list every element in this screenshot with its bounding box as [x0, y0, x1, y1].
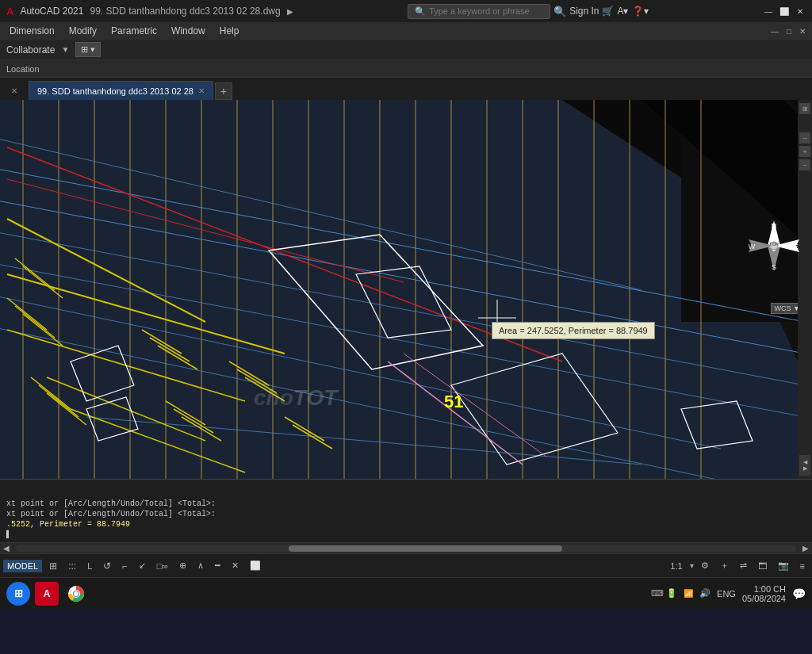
collaborate-icon-btn[interactable]: ⊞ ▾	[75, 42, 101, 57]
canvas-container: Area = 247.5252, Perimeter = 88.7949 cho…	[0, 100, 812, 479]
collaborate-bar: Collaborate ▼ ⊞ ▾	[0, 40, 812, 60]
menu-window[interactable]: Window	[165, 24, 212, 38]
volume-icon[interactable]: 🔊	[699, 588, 710, 599]
search-icon-standalone[interactable]: 🔍	[553, 6, 566, 17]
cad-canvas[interactable]: Area = 247.5252, Perimeter = 88.7949 cho…	[0, 100, 812, 479]
collaborate-dropdown-icon[interactable]: ▼	[61, 45, 69, 54]
gear-icon[interactable]: ⚙	[697, 559, 713, 572]
windows-start[interactable]: ⊞	[6, 582, 30, 606]
title-arrow[interactable]: ▶	[287, 7, 293, 16]
file-name: 99. SDD tanthanhdong ddc3 2013 02 28.dwg	[90, 6, 280, 17]
search-icon: 🔍	[415, 6, 426, 17]
date-display: 05/08/2024	[742, 594, 786, 603]
dyn-toggle[interactable]: ∧	[193, 559, 208, 572]
polar-toggle[interactable]: ↺	[99, 559, 115, 573]
win-restore2[interactable]: □	[783, 27, 795, 36]
nav-wheel-btn[interactable]: ◀▶	[799, 455, 810, 476]
taskbar: ⊞ A ⌨ 🔋 📶 🔊 ENG 1:00 CH 05/08/2024 💬	[0, 577, 812, 609]
scroll-track[interactable]	[16, 545, 796, 552]
location-label: Location	[6, 64, 40, 74]
compass: N S E W TOP	[745, 217, 802, 274]
cad-drawing	[0, 100, 812, 479]
location-bar: Location	[0, 60, 812, 78]
svg-text:E: E	[794, 243, 799, 251]
3dosnap-toggle[interactable]: ↙	[135, 559, 150, 572]
title-left: A AutoCAD 2021 99. SDD tanthanhdong ddc3…	[6, 6, 293, 17]
win-close2[interactable]: ✕	[796, 27, 809, 36]
tab-file1[interactable]: 99. SDD tanthanhdong ddc3 2013 02 28 ✕	[29, 81, 213, 100]
command-line-2: xt point or [Arc/Length/Undo/Total] <Tot…	[6, 510, 806, 518]
keyboard-icon: ⌨ 🔋	[651, 588, 677, 599]
ortho-toggle[interactable]: L	[83, 560, 96, 572]
status-bar: MODEL ⊞ ::: L ↺ ⌐ ↙ □∞ ⊕ ∧ ━ ✕ ⬜ 1:1 ▾ ⚙…	[0, 553, 812, 577]
collaborate-label[interactable]: Collaborate	[6, 44, 55, 55]
win-minimize2[interactable]: —	[768, 27, 782, 36]
grid-toggle[interactable]: ⊞	[45, 559, 61, 573]
plot-number: 51	[444, 392, 463, 412]
tab-x-prefix[interactable]: ✕	[11, 86, 17, 95]
signin-btn[interactable]: Sign In	[569, 6, 599, 17]
close-icon-tab1[interactable]: ✕	[3, 81, 25, 100]
svg-text:N: N	[772, 222, 777, 230]
restore-button[interactable]: ⬜	[779, 6, 790, 17]
svg-point-81	[74, 591, 79, 596]
svg-text:TOP: TOP	[769, 242, 779, 247]
ducs-toggle[interactable]: ⊕	[175, 559, 190, 572]
cart-icon: 🛒	[602, 6, 614, 17]
taskbar-right: ⌨ 🔋 📶 🔊 ENG 1:00 CH 05/08/2024 💬	[651, 584, 806, 603]
command-cursor: ▌	[6, 530, 806, 539]
menu-modify[interactable]: Modify	[63, 24, 103, 38]
help-icon[interactable]: ❓▾	[632, 6, 649, 17]
zoom-in-btn[interactable]: +	[799, 146, 810, 157]
sync-icon[interactable]: ⇌	[736, 559, 751, 572]
lang-label[interactable]: ENG	[717, 589, 736, 599]
minimize-button[interactable]: —	[763, 6, 774, 17]
palette-icon[interactable]: A▾	[617, 6, 628, 17]
pan-btn[interactable]: ↔	[799, 132, 810, 143]
snap-toggle[interactable]: :::	[64, 559, 80, 573]
notification-icon[interactable]: 💬	[792, 587, 806, 600]
camera-icon[interactable]: 📷	[774, 559, 793, 572]
taskbar-left: ⊞ A	[6, 581, 89, 606]
menu-dimension[interactable]: Dimension	[3, 24, 61, 38]
scroll-thumb[interactable]	[289, 545, 561, 552]
search-placeholder[interactable]: Type a keyword or phrase	[429, 6, 530, 16]
command-area: xt point or [Arc/Length/Undo/Total] <Tot…	[0, 479, 812, 542]
model-tab[interactable]: MODEL	[3, 560, 42, 572]
transparency-toggle[interactable]: ✕	[228, 559, 243, 572]
layout-icon[interactable]: 🗔	[754, 560, 771, 572]
menu-parametric[interactable]: Parametric	[105, 24, 163, 38]
right-panel: ⊞ ↔ + − ◀▶	[798, 100, 812, 479]
scroll-left-btn[interactable]: ◀	[0, 544, 13, 553]
menu-icon[interactable]: ≡	[796, 560, 809, 572]
time-display: 1:00 CH	[742, 584, 786, 594]
title-bar: A AutoCAD 2021 99. SDD tanthanhdong ddc3…	[0, 0, 812, 22]
wifi-signal: 📶	[684, 589, 693, 598]
menu-help[interactable]: Help	[213, 24, 246, 38]
close-button[interactable]: ✕	[795, 6, 806, 17]
scroll-right-btn[interactable]: ▶	[799, 544, 812, 553]
app-title: AutoCAD 2021	[20, 6, 83, 17]
selection-toggle[interactable]: ⬜	[246, 559, 265, 572]
search-box[interactable]: 🔍 Type a keyword or phrase	[408, 4, 550, 19]
clock[interactable]: 1:00 CH 05/08/2024	[742, 584, 786, 603]
horizontal-scrollbar[interactable]: ◀ ▶	[0, 542, 812, 553]
scale-dropdown[interactable]: ▾	[690, 561, 694, 570]
menu-bar: Dimension Modify Parametric Window Help …	[0, 22, 812, 40]
tooltip-text: Area = 247.5252, Perimeter = 88.7949	[499, 326, 648, 335]
autocad-taskbar-icon[interactable]: A	[35, 582, 59, 606]
otrack-toggle[interactable]: □∞	[153, 560, 173, 572]
title-right: — ⬜ ✕	[763, 6, 806, 17]
svg-text:S: S	[772, 263, 776, 271]
area-tooltip: Area = 247.5252, Perimeter = 88.7949	[492, 322, 655, 339]
tab-add-button[interactable]: +	[215, 82, 232, 100]
tab-label-1: 99. SDD tanthanhdong ddc3 2013 02 28	[37, 86, 193, 96]
lweight-toggle[interactable]: ━	[211, 559, 224, 572]
chrome-taskbar-icon[interactable]	[63, 581, 89, 606]
tab-close-1[interactable]: ✕	[198, 86, 205, 95]
zoom-out-btn[interactable]: −	[799, 159, 810, 170]
view-cube-btn[interactable]: ⊞	[799, 103, 810, 114]
osnap-toggle[interactable]: ⌐	[118, 560, 131, 572]
annotation-scale[interactable]: 1:1	[666, 560, 686, 572]
add-icon[interactable]: ＋	[716, 558, 733, 573]
